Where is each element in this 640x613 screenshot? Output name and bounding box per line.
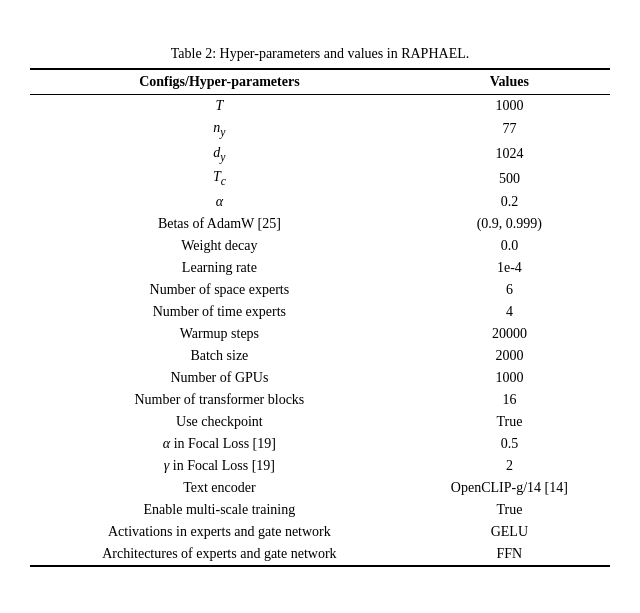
col1-header: Configs/Hyper-parameters <box>30 69 409 95</box>
value-cell: 4 <box>409 301 610 323</box>
table-row: dy1024 <box>30 142 610 167</box>
table-row: Warmup steps20000 <box>30 323 610 345</box>
param-cell: Text encoder <box>30 477 409 499</box>
param-cell: Use checkpoint <box>30 411 409 433</box>
value-cell: FFN <box>409 543 610 566</box>
param-cell: Weight decay <box>30 235 409 257</box>
param-cell: T <box>30 94 409 117</box>
param-cell: α in Focal Loss [19] <box>30 433 409 455</box>
value-cell: 500 <box>409 166 610 191</box>
table-row: Architectures of experts and gate networ… <box>30 543 610 566</box>
table-row: ny77 <box>30 117 610 142</box>
table-row: Number of GPUs1000 <box>30 367 610 389</box>
param-cell: Warmup steps <box>30 323 409 345</box>
table-row: α in Focal Loss [19]0.5 <box>30 433 610 455</box>
table-row: α0.2 <box>30 191 610 213</box>
param-cell: Enable multi-scale training <box>30 499 409 521</box>
value-cell: 2 <box>409 455 610 477</box>
value-cell: 1000 <box>409 94 610 117</box>
value-cell: 0.2 <box>409 191 610 213</box>
value-cell: 77 <box>409 117 610 142</box>
table-body: T1000ny77dy1024Tc500α0.2Betas of AdamW [… <box>30 94 610 566</box>
value-cell: 1e-4 <box>409 257 610 279</box>
table-row: Activations in experts and gate networkG… <box>30 521 610 543</box>
value-cell: 1024 <box>409 142 610 167</box>
param-cell: Number of space experts <box>30 279 409 301</box>
table-row: Enable multi-scale trainingTrue <box>30 499 610 521</box>
value-cell: 1000 <box>409 367 610 389</box>
param-cell: Learning rate <box>30 257 409 279</box>
table-row: Use checkpointTrue <box>30 411 610 433</box>
value-cell: GELU <box>409 521 610 543</box>
param-cell: dy <box>30 142 409 167</box>
value-cell: 16 <box>409 389 610 411</box>
value-cell: 6 <box>409 279 610 301</box>
param-cell: Betas of AdamW [25] <box>30 213 409 235</box>
col2-header: Values <box>409 69 610 95</box>
value-cell: 2000 <box>409 345 610 367</box>
param-cell: Activations in experts and gate network <box>30 521 409 543</box>
table-caption: Table 2: Hyper-parameters and values in … <box>30 46 610 62</box>
table-row: Learning rate1e-4 <box>30 257 610 279</box>
table-row: T1000 <box>30 94 610 117</box>
table-row: γ in Focal Loss [19]2 <box>30 455 610 477</box>
table-row: Number of time experts4 <box>30 301 610 323</box>
param-cell: ny <box>30 117 409 142</box>
table-row: Betas of AdamW [25](0.9, 0.999) <box>30 213 610 235</box>
table-row: Text encoderOpenCLIP-g/14 [14] <box>30 477 610 499</box>
param-cell: Number of transformer blocks <box>30 389 409 411</box>
value-cell: (0.9, 0.999) <box>409 213 610 235</box>
table-row: Batch size2000 <box>30 345 610 367</box>
hyper-params-table: Configs/Hyper-parameters Values T1000ny7… <box>30 68 610 567</box>
value-cell: 20000 <box>409 323 610 345</box>
param-cell: Batch size <box>30 345 409 367</box>
param-cell: Number of time experts <box>30 301 409 323</box>
param-cell: α <box>30 191 409 213</box>
param-cell: Tc <box>30 166 409 191</box>
param-cell: Number of GPUs <box>30 367 409 389</box>
table-row: Number of space experts6 <box>30 279 610 301</box>
value-cell: True <box>409 411 610 433</box>
value-cell: 0.5 <box>409 433 610 455</box>
value-cell: OpenCLIP-g/14 [14] <box>409 477 610 499</box>
table-row: Weight decay0.0 <box>30 235 610 257</box>
value-cell: 0.0 <box>409 235 610 257</box>
table-row: Number of transformer blocks16 <box>30 389 610 411</box>
param-cell: γ in Focal Loss [19] <box>30 455 409 477</box>
param-cell: Architectures of experts and gate networ… <box>30 543 409 566</box>
table-row: Tc500 <box>30 166 610 191</box>
value-cell: True <box>409 499 610 521</box>
table-header-row: Configs/Hyper-parameters Values <box>30 69 610 95</box>
table-container: Table 2: Hyper-parameters and values in … <box>30 46 610 567</box>
